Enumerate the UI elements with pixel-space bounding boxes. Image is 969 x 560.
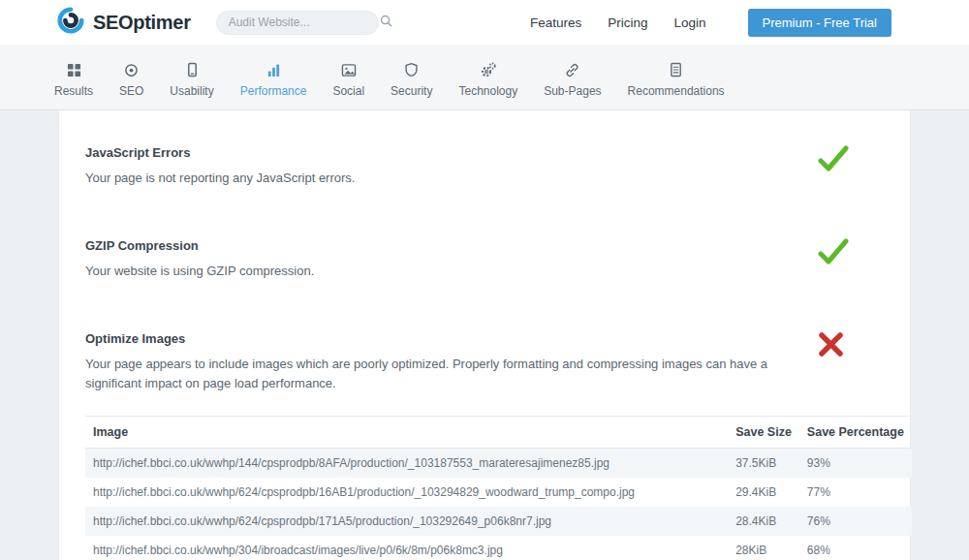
page: SEOptimer Features Pricing Login Premium…	[0, 0, 969, 560]
search-input[interactable]	[229, 16, 379, 29]
image-url: http://ichef.bbci.co.uk/wwhp/624/cpsprod…	[85, 507, 728, 536]
image-url: http://ichef.bbci.co.uk/wwhp/624/cpsprod…	[85, 478, 728, 507]
audit-search[interactable]	[216, 11, 379, 35]
section-body: Your page is not reporting any JavaScrip…	[85, 169, 779, 188]
premium-free-trial-button[interactable]: Premium - Free Trial	[748, 9, 891, 37]
photo-icon	[341, 62, 357, 78]
cross-icon	[818, 331, 851, 361]
seoptimer-logo[interactable]: SEOptimer	[56, 6, 191, 39]
table-row: http://ichef.bbci.co.uk/wwhp/624/cpsprod…	[85, 507, 912, 536]
check-icon	[818, 238, 851, 269]
tab-recommendations[interactable]: Recommendations	[628, 62, 725, 109]
grid-icon	[67, 62, 81, 78]
gears-icon	[481, 62, 496, 78]
link-icon	[565, 62, 579, 78]
save-percentage: 76%	[799, 507, 912, 536]
table-row: http://ichef.bbci.co.uk/wwhp/624/cpsprod…	[85, 478, 912, 507]
col-header-image: Image	[85, 416, 728, 448]
save-size: 28KiB	[728, 536, 799, 560]
tab-results[interactable]: Results	[54, 62, 93, 109]
save-percentage: 93%	[799, 448, 912, 478]
nav-features[interactable]: Features	[530, 16, 581, 30]
section-gzip-compression: GZIP Compression Your website is using G…	[85, 238, 878, 281]
optimize-images-table: Image Save Size Save Percentage http://i…	[85, 416, 912, 560]
save-size: 28.4KiB	[728, 507, 799, 536]
target-icon	[124, 62, 139, 78]
logo-icon	[56, 6, 85, 39]
section-title: Optimize Images	[85, 331, 798, 346]
tab-sub-pages[interactable]: Sub-Pages	[544, 62, 601, 109]
save-size: 29.4KiB	[728, 478, 799, 507]
top-header: SEOptimer Features Pricing Login Premium…	[0, 0, 969, 45]
tab-technology[interactable]: Technology	[458, 62, 517, 109]
table-row: http://ichef.bbci.co.uk/wwhp/304/ibroadc…	[85, 536, 912, 560]
section-optimize-images: Optimize Images Your page appears to inc…	[85, 331, 878, 393]
table-header-row: Image Save Size Save Percentage	[85, 416, 912, 448]
report-tabbar: Results SEO Usability	[0, 45, 969, 110]
shield-icon	[404, 62, 419, 78]
col-header-save-size: Save Size	[728, 416, 799, 448]
section-title: JavaScript Errors	[85, 145, 779, 160]
tab-performance[interactable]: Performance	[240, 62, 307, 109]
tab-usability[interactable]: Usability	[170, 62, 213, 109]
nav-login[interactable]: Login	[673, 16, 705, 30]
save-size: 37.5KiB	[728, 448, 799, 478]
tab-label: Recommendations	[628, 84, 725, 98]
top-nav: Features Pricing Login Premium - Free Tr…	[530, 9, 891, 37]
section-text: Optimize Images Your page appears to inc…	[85, 331, 798, 393]
tab-label: Performance	[240, 84, 307, 98]
document-icon	[669, 62, 683, 78]
table-row: http://ichef.bbci.co.uk/wwhp/144/cpsprod…	[85, 448, 912, 478]
tab-label: Technology	[458, 84, 517, 98]
tab-label: Social	[332, 84, 364, 98]
bar-chart-icon	[266, 62, 281, 78]
section-title: GZIP Compression	[85, 238, 779, 253]
performance-report-card: JavaScript Errors Your page is not repor…	[58, 110, 911, 560]
check-icon	[818, 145, 851, 176]
save-percentage: 68%	[799, 536, 912, 560]
tab-label: SEO	[119, 84, 143, 98]
tab-label: Results	[54, 84, 93, 98]
search-icon[interactable]	[379, 14, 393, 32]
col-header-save-percentage: Save Percentage	[799, 416, 912, 448]
tab-security[interactable]: Security	[391, 62, 432, 109]
section-text: GZIP Compression Your website is using G…	[85, 238, 779, 281]
nav-pricing[interactable]: Pricing	[608, 16, 647, 30]
section-text: JavaScript Errors Your page is not repor…	[85, 145, 779, 188]
tab-label: Usability	[170, 84, 213, 98]
section-javascript-errors: JavaScript Errors Your page is not repor…	[85, 145, 878, 188]
logo-text: SEOptimer	[93, 12, 191, 34]
image-url: http://ichef.bbci.co.uk/wwhp/304/ibroadc…	[85, 536, 728, 560]
section-body: Your page appears to include images whic…	[85, 355, 798, 393]
section-body: Your website is using GZIP compression.	[85, 262, 779, 281]
tab-label: Security	[391, 84, 432, 98]
mobile-icon	[185, 62, 200, 78]
tab-label: Sub-Pages	[544, 84, 601, 98]
image-url: http://ichef.bbci.co.uk/wwhp/144/cpsprod…	[85, 448, 728, 478]
tab-seo[interactable]: SEO	[119, 62, 143, 109]
save-percentage: 77%	[799, 478, 912, 507]
tab-social[interactable]: Social	[332, 62, 364, 109]
